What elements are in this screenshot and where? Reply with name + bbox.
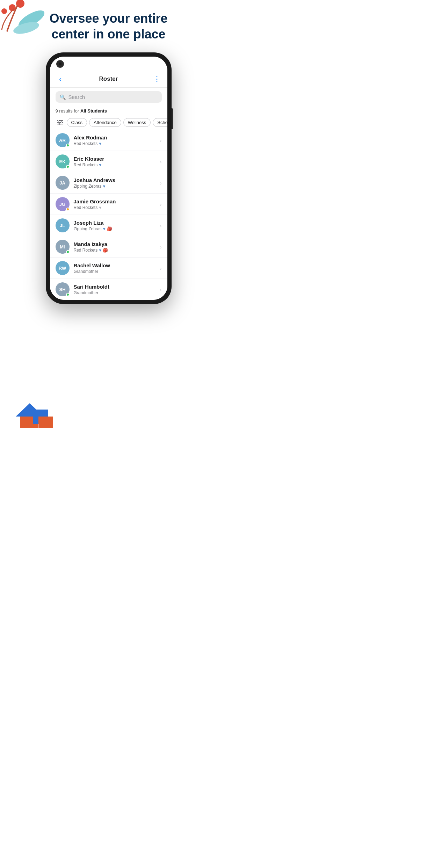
avatar: AR — [56, 133, 70, 147]
svg-point-10 — [59, 123, 60, 125]
student-class: Grandmother — [74, 290, 156, 295]
student-class: Red Rockets ♥ — [74, 162, 156, 167]
student-item[interactable]: SHSari HumboldtGrandmother › — [50, 279, 167, 300]
student-class: Red Rockets ♥ — [74, 141, 156, 146]
block-square-orange — [38, 417, 53, 428]
student-info: Jamie GrossmanRed Rockets ♥ — [74, 198, 156, 210]
status-dot — [66, 144, 70, 147]
student-item[interactable]: JLJoseph LizaZipping Zebras ♥🎒› — [50, 215, 167, 236]
student-name: Rachel Wallow — [74, 262, 156, 268]
svg-point-9 — [61, 122, 62, 123]
results-count: 9 results for — [56, 108, 79, 114]
student-class: Zipping Zebras ♥ — [74, 184, 156, 189]
phone-frame: ‹ Roster ⋮ 🔍 Search 9 results for All St… — [46, 52, 172, 304]
status-dot — [66, 165, 70, 168]
status-dot — [66, 293, 70, 296]
heart-gray-icon: ♥ — [99, 205, 101, 210]
student-class: Grandmother — [74, 269, 156, 274]
student-item[interactable]: RWRachel WallowGrandmother › — [50, 258, 167, 279]
student-info: Eric KlosserRed Rockets ♥ — [74, 156, 156, 167]
filter-chip-schedule[interactable]: Schedule — [153, 118, 167, 127]
phone-side-button — [172, 108, 173, 129]
back-button[interactable]: ‹ — [56, 74, 65, 84]
chevron-right-icon: › — [160, 180, 162, 186]
search-bar[interactable]: 🔍 Search — [56, 91, 162, 103]
search-placeholder: Search — [68, 94, 85, 100]
student-name: Alex Rodman — [74, 135, 156, 140]
student-item[interactable]: EKEric KlosserRed Rockets ♥› — [50, 151, 167, 172]
student-item[interactable]: MIManda IzakyaRed Rockets ♥🎒› — [50, 236, 167, 258]
avatar: RW — [56, 261, 70, 275]
chevron-right-icon: › — [160, 201, 162, 207]
student-name: Sari Humboldt — [74, 284, 156, 290]
student-info: Sari HumboldtGrandmother — [74, 284, 156, 295]
status-dot — [66, 250, 70, 254]
student-info: Joseph LizaZipping Zebras ♥🎒 — [74, 220, 156, 231]
filter-icon[interactable] — [56, 118, 65, 127]
headline: Oversee your entire center in one place — [0, 0, 217, 49]
avatar: JA — [56, 176, 70, 190]
chevron-right-icon: › — [160, 223, 162, 229]
chevron-right-icon: › — [160, 265, 162, 271]
student-info: Manda IzakyaRed Rockets ♥🎒 — [74, 241, 156, 253]
results-filter: All Students — [80, 108, 107, 114]
home-indicator — [91, 300, 126, 301]
avatar: SH — [56, 282, 70, 296]
student-item[interactable]: JGJamie GrossmanRed Rockets ♥› — [50, 194, 167, 215]
student-info: Alex RodmanRed Rockets ♥ — [74, 135, 156, 146]
student-item[interactable]: ARAlex RodmanRed Rockets ♥› — [50, 130, 167, 151]
student-name: Jamie Grossman — [74, 198, 156, 204]
student-name: Eric Klosser — [74, 156, 156, 162]
bag-icon: 🎒 — [107, 226, 112, 231]
phone-mockup: ‹ Roster ⋮ 🔍 Search 9 results for All St… — [0, 49, 217, 308]
bag-icon: 🎒 — [103, 248, 108, 253]
chevron-right-icon: › — [160, 159, 162, 165]
student-class: Red Rockets ♥ — [74, 205, 156, 210]
filter-chip-wellness[interactable]: Wellness — [123, 118, 151, 127]
student-item[interactable]: JAJoshua AndrewsZipping Zebras ♥› — [50, 172, 167, 194]
student-name: Joshua Andrews — [74, 177, 156, 183]
student-info: Joshua AndrewsZipping Zebras ♥ — [74, 177, 156, 189]
student-name: Joseph Liza — [74, 220, 156, 226]
phone-screen: ‹ Roster ⋮ 🔍 Search 9 results for All St… — [50, 57, 167, 300]
avatar: JG — [56, 197, 70, 211]
student-info: Rachel WallowGrandmother — [74, 262, 156, 274]
heart-icon: ♥ — [99, 141, 101, 146]
chevron-right-icon: › — [160, 287, 162, 292]
screen-title: Roster — [99, 75, 118, 82]
chevron-right-icon: › — [160, 244, 162, 250]
search-bar-wrapper: 🔍 Search — [50, 88, 167, 106]
search-icon: 🔍 — [60, 94, 66, 100]
heart-icon: ♥ — [103, 184, 106, 189]
student-class: Red Rockets ♥🎒 — [74, 248, 156, 253]
student-list: ARAlex RodmanRed Rockets ♥›EKEric Klosse… — [50, 130, 167, 300]
avatar: JL — [56, 218, 70, 232]
student-name: Manda Izakya — [74, 241, 156, 247]
results-info: 9 results for All Students — [50, 106, 167, 116]
phone-camera — [56, 60, 64, 68]
filter-row: Class Attendance Wellness Schedule Lock — [50, 116, 167, 130]
status-dot — [66, 208, 70, 211]
heart-icon: ♥ — [99, 248, 101, 253]
heart-icon: ♥ — [103, 226, 106, 231]
avatar: MI — [56, 240, 70, 254]
svg-point-8 — [58, 120, 59, 121]
screen-header: ‹ Roster ⋮ — [50, 57, 167, 88]
student-class: Zipping Zebras ♥🎒 — [74, 226, 156, 231]
filter-chip-attendance[interactable]: Attendance — [89, 118, 121, 127]
more-button[interactable]: ⋮ — [152, 74, 161, 84]
chevron-right-icon: › — [160, 137, 162, 143]
heart-icon: ♥ — [99, 162, 101, 167]
avatar: EK — [56, 154, 70, 168]
filter-chip-class[interactable]: Class — [67, 118, 87, 127]
